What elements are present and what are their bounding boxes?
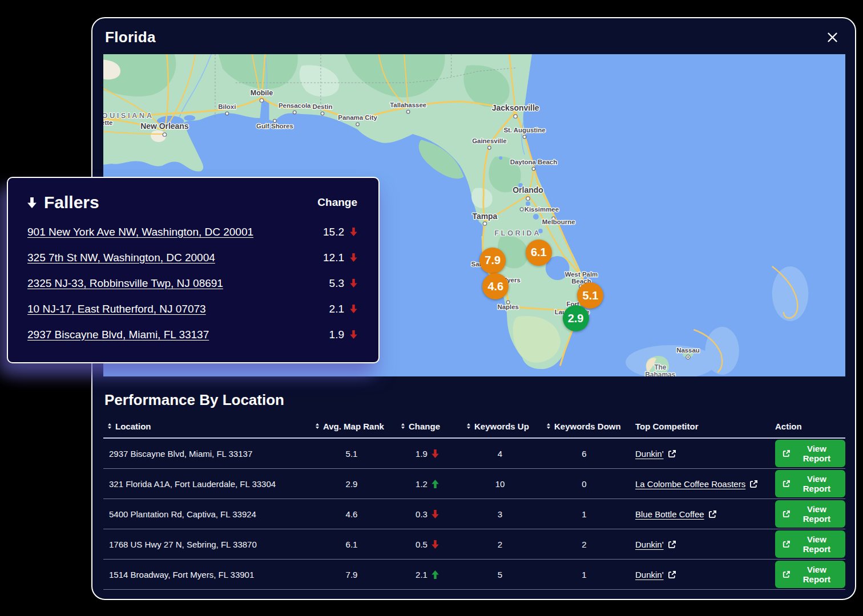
external-link-icon — [783, 540, 791, 549]
fallers-header: Fallers Change — [8, 178, 378, 217]
action-cell: View Report — [768, 561, 845, 588]
column-header-location[interactable]: Location — [103, 422, 309, 431]
modal-header: Florida — [92, 18, 855, 54]
marker-value: 2.9 — [568, 312, 584, 325]
column-header-avg-map-rank[interactable]: Avg. Map Rank — [309, 422, 394, 431]
fallers-title: Fallers — [27, 193, 99, 212]
trend-arrow-icon — [350, 253, 357, 262]
table-row: 5400 Plantation Rd, Captiva, FL 33924 4.… — [103, 499, 845, 529]
trend-arrow-icon — [350, 279, 357, 287]
sort-icon — [316, 423, 319, 429]
external-link-icon — [783, 449, 791, 458]
sort-icon — [108, 423, 111, 429]
list-item: 325 7th St NW, Washington, DC 20004 12.1 — [27, 245, 357, 270]
faller-change: 15.2 — [323, 226, 357, 238]
sort-icon — [467, 423, 470, 429]
change-cell: 0.5 — [394, 540, 460, 549]
table-row: 321 Florida A1A, Fort Lauderdale, FL 333… — [103, 469, 845, 499]
faller-address-link[interactable]: 10 NJ-17, East Rutherford, NJ 07073 — [27, 303, 206, 315]
column-header-action: Action — [768, 422, 845, 431]
avg-map-rank-cell: 6.1 — [309, 540, 394, 549]
trend-arrow-icon — [432, 540, 439, 549]
trend-arrow-icon — [350, 228, 357, 236]
sort-icon — [547, 423, 550, 429]
top-competitor-cell: Dunkin' — [628, 540, 768, 549]
faller-change: 1.9 — [329, 329, 357, 341]
list-item: 2937 Biscayne Blvd, Miami, FL 33137 1.9 — [27, 322, 357, 347]
column-header-change[interactable]: Change — [394, 422, 460, 431]
competitor-link[interactable]: Dunkin' — [635, 570, 676, 579]
map-marker[interactable]: 7.9 — [479, 248, 506, 274]
external-link-icon — [783, 479, 791, 488]
table-header-row: Location Avg. Map Rank Change Keywords U… — [103, 415, 845, 439]
close-icon — [827, 32, 838, 43]
column-header-top-competitor: Top Competitor — [628, 422, 768, 431]
keywords-down-cell: 1 — [540, 570, 628, 579]
close-button[interactable] — [825, 30, 840, 45]
top-competitor-cell: La Colombe Coffee Roasters — [628, 479, 768, 489]
action-cell: View Report — [768, 530, 845, 558]
fallers-list: 901 New York Ave NW, Washington, DC 2000… — [8, 217, 378, 347]
competitor-link[interactable]: Dunkin' — [635, 540, 676, 549]
location-cell: 2937 Biscayne Blvd, Miami, FL 33137 — [103, 449, 309, 459]
map-marker[interactable]: 5.1 — [577, 282, 603, 309]
column-header-keywords-down[interactable]: Keywords Down — [540, 422, 628, 431]
table-row: 1768 US Hwy 27 N, Sebring, FL 33870 6.1 … — [103, 529, 845, 560]
column-label: Keywords Down — [554, 422, 621, 431]
column-label: Keywords Up — [474, 422, 529, 431]
view-report-button[interactable]: View Report — [775, 500, 845, 528]
keywords-up-cell: 2 — [460, 540, 540, 549]
external-link-icon — [708, 510, 717, 518]
marker-value: 4.6 — [487, 280, 503, 293]
competitor-link[interactable]: Blue Bottle Coffee — [635, 509, 717, 519]
map-marker[interactable]: 2.9 — [563, 305, 589, 331]
competitor-link[interactable]: Dunkin' — [635, 449, 676, 459]
keywords-up-cell: 3 — [460, 509, 540, 519]
avg-map-rank-cell: 5.1 — [309, 449, 394, 459]
external-link-icon — [783, 509, 791, 518]
view-report-button[interactable]: View Report — [775, 440, 845, 467]
modal-title: Florida — [105, 29, 156, 46]
view-report-button[interactable]: View Report — [775, 530, 845, 558]
list-item: 2325 NJ-33, Robbinsville Twp, NJ 08691 5… — [27, 270, 357, 296]
avg-map-rank-cell: 2.9 — [309, 479, 394, 489]
external-link-icon — [749, 480, 758, 488]
keywords-down-cell: 0 — [540, 479, 628, 489]
column-label: Change — [409, 422, 440, 431]
column-header-keywords-up[interactable]: Keywords Up — [460, 422, 540, 431]
top-competitor-cell: Dunkin' — [628, 449, 768, 459]
keywords-up-cell: 5 — [460, 570, 540, 579]
top-competitor-cell: Blue Bottle Coffee — [628, 509, 768, 519]
keywords-up-cell: 10 — [460, 479, 540, 489]
faller-address-link[interactable]: 2937 Biscayne Blvd, Miami, FL 33137 — [27, 329, 209, 341]
marker-value: 6.1 — [531, 246, 547, 259]
table-row: 2937 Biscayne Blvd, Miami, FL 33137 5.1 … — [103, 439, 845, 469]
location-cell: 5400 Plantation Rd, Captiva, FL 33924 — [103, 509, 309, 519]
down-arrow-icon — [27, 197, 37, 208]
trend-arrow-icon — [432, 570, 439, 579]
column-label: Avg. Map Rank — [323, 422, 384, 431]
faller-address-link[interactable]: 325 7th St NW, Washington, DC 20004 — [27, 252, 215, 264]
faller-change: 2.1 — [329, 303, 357, 315]
external-link-icon — [668, 570, 676, 579]
competitor-link[interactable]: La Colombe Coffee Roasters — [635, 479, 758, 489]
keywords-down-cell: 6 — [540, 449, 628, 459]
list-item: 10 NJ-17, East Rutherford, NJ 07073 2.1 — [27, 296, 357, 322]
faller-address-link[interactable]: 2325 NJ-33, Robbinsville Twp, NJ 08691 — [27, 277, 223, 290]
view-report-button[interactable]: View Report — [775, 470, 845, 497]
faller-change: 5.3 — [329, 277, 357, 290]
avg-map-rank-cell: 4.6 — [309, 509, 394, 519]
location-cell: 1514 Broadway, Fort Myers, FL 33901 — [103, 570, 309, 579]
trend-arrow-icon — [432, 510, 439, 518]
change-cell: 1.2 — [394, 479, 460, 489]
trend-arrow-icon — [350, 305, 357, 313]
map-marker[interactable]: 6.1 — [526, 240, 552, 266]
faller-address-link[interactable]: 901 New York Ave NW, Washington, DC 2000… — [27, 226, 253, 238]
external-link-icon — [668, 449, 676, 458]
column-label: Top Competitor — [635, 422, 699, 431]
trend-arrow-icon — [432, 480, 439, 488]
map-marker[interactable]: 4.6 — [482, 273, 509, 299]
external-link-icon — [668, 540, 676, 549]
action-cell: View Report — [768, 470, 845, 497]
view-report-button[interactable]: View Report — [775, 561, 845, 588]
